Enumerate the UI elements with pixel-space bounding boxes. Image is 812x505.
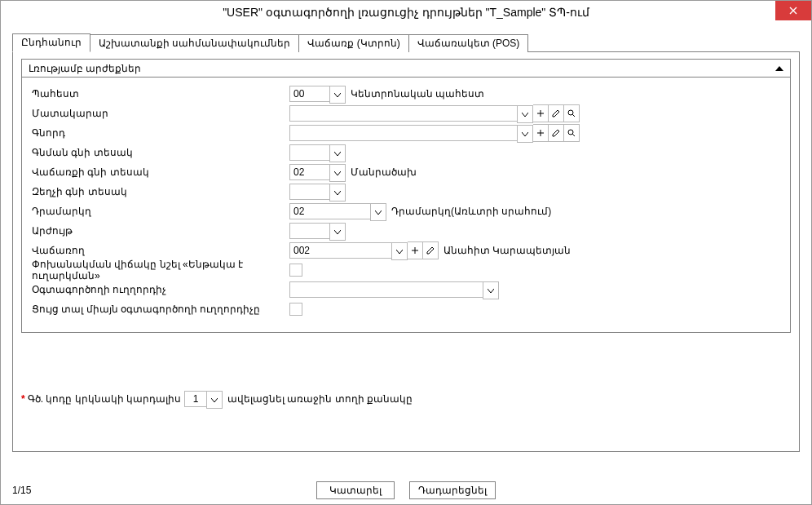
- footnote-dropdown-button[interactable]: [206, 391, 223, 409]
- plus-icon: [536, 109, 545, 117]
- user-guide-input[interactable]: [289, 281, 483, 298]
- ok-button[interactable]: Կատարել: [316, 481, 395, 499]
- supplier-edit-button[interactable]: [549, 104, 564, 122]
- footnote-value-input[interactable]: [184, 391, 206, 407]
- disc-price-type-input[interactable]: [289, 184, 329, 200]
- cancel-button[interactable]: Դադարեցնել: [409, 481, 496, 499]
- currency-input[interactable]: [289, 223, 329, 239]
- chevron-down-icon: [211, 398, 218, 402]
- svg-point-0: [568, 110, 573, 115]
- cashbox-input[interactable]: [289, 203, 370, 219]
- cashbox-dropdown-button[interactable]: [370, 203, 386, 221]
- tabstrip: Ընդհանուր Աշխատանքի սահմանափակումներ Վաճ…: [12, 33, 800, 52]
- search-icon: [567, 109, 576, 117]
- tab-general[interactable]: Ընդհանուր: [12, 33, 90, 52]
- seller-add-button[interactable]: [408, 241, 423, 259]
- tab-panel-general: Լռությամբ արժեքներ Պահեստ Կենտրոնական պա…: [12, 52, 800, 452]
- tab-limits[interactable]: Աշխատանքի սահմանափակումներ: [90, 34, 299, 52]
- collapse-up-icon: [775, 66, 783, 71]
- group-body-defaults: Պահեստ Կենտրոնական պահեստ Մատակարար: [21, 78, 791, 333]
- label-user-guide: Օգտագործողի ուղղորդիչ: [32, 284, 289, 295]
- chevron-down-icon: [334, 93, 341, 97]
- svg-point-1: [568, 130, 573, 135]
- buyer-edit-button[interactable]: [549, 124, 564, 142]
- seller-dropdown-button[interactable]: [391, 242, 408, 260]
- label-cashbox: Դրամարկղ: [32, 206, 289, 217]
- sale-price-type-input[interactable]: [289, 164, 329, 180]
- label-disc-price-type: Զեղչի գնի տեսակ: [32, 186, 289, 197]
- purchase-price-type-dropdown-button[interactable]: [329, 144, 346, 162]
- seller-desc: Անահիտ Կարապետյան: [444, 245, 571, 256]
- warehouse-desc: Կենտրոնական պահեստ: [351, 88, 484, 100]
- group-title: Լռությամբ արժեքներ: [29, 63, 141, 74]
- buyer-add-button[interactable]: [533, 124, 549, 142]
- seller-edit-button[interactable]: [423, 241, 439, 259]
- search-icon: [567, 129, 576, 137]
- warehouse-input[interactable]: [289, 86, 329, 102]
- label-currency: Արժույթ: [32, 225, 289, 237]
- chevron-down-icon: [375, 210, 382, 215]
- plus-icon: [411, 246, 419, 255]
- footnote-row: * Գծ. կոդը կրկնակի կարդալիս ավելացնել առ…: [21, 391, 413, 407]
- titlebar: "USER" օգտագործողի լռացուցիչ դրույթներ "…: [1, 1, 811, 24]
- close-button[interactable]: [775, 1, 811, 20]
- group-header-defaults[interactable]: Լռությամբ արժեքներ: [21, 59, 791, 78]
- asterisk-icon: *: [21, 393, 25, 405]
- button-bar: Կատարել Դադարեցնել: [1, 476, 811, 504]
- show-only-user-guide-checkbox[interactable]: [289, 303, 302, 316]
- chevron-down-icon: [522, 113, 528, 117]
- buyer-search-button[interactable]: [564, 124, 580, 142]
- content-area: Ընդհանուր Աշխատանքի սահմանափակումներ Վաճ…: [1, 24, 811, 452]
- transfer-state-checkbox[interactable]: [289, 264, 302, 277]
- label-seller: Վաճառող: [32, 245, 289, 256]
- chevron-down-icon: [334, 152, 341, 156]
- window-title: "USER" օգտագործողի լռացուցիչ դրույթներ "…: [223, 6, 589, 19]
- plus-icon: [536, 129, 545, 137]
- footnote-suffix: ավելացնել առաջին տողի քանակը: [227, 393, 413, 405]
- chevron-down-icon: [334, 191, 341, 195]
- close-icon: [789, 7, 797, 15]
- tab-pos[interactable]: Վաճառակետ (POS): [408, 34, 529, 52]
- label-show-only-user-guide: Ցույց տալ միայն օգտագործողի ուղղորդիչը: [32, 303, 289, 315]
- chevron-down-icon: [334, 230, 341, 234]
- supplier-search-button[interactable]: [564, 104, 580, 122]
- seller-input[interactable]: [289, 242, 391, 259]
- buyer-input[interactable]: [289, 125, 517, 141]
- dialog-window: "USER" օգտագործողի լռացուցիչ դրույթներ "…: [0, 0, 812, 505]
- warehouse-dropdown-button[interactable]: [329, 86, 346, 104]
- currency-dropdown-button[interactable]: [329, 223, 346, 241]
- label-purchase-price-type: Գնման գնի տեսակ: [32, 147, 289, 158]
- label-sale-price-type: Վաճառքի գնի տեսակ: [32, 166, 289, 178]
- tab-sale[interactable]: Վաճառք (Կտրոն): [298, 34, 408, 52]
- pencil-icon: [552, 129, 560, 137]
- supplier-input[interactable]: [289, 105, 517, 122]
- footnote-prefix: Գծ. կոդը կրկնակի կարդալիս: [28, 393, 181, 405]
- sale-price-type-desc: Մանրածախ: [351, 166, 417, 178]
- purchase-price-type-input[interactable]: [289, 144, 329, 161]
- buyer-dropdown-button[interactable]: [517, 125, 533, 143]
- chevron-down-icon: [334, 171, 341, 175]
- cashbox-desc: Դրամարկղ(Առևտրի սրահում): [391, 206, 551, 217]
- pencil-icon: [552, 109, 560, 117]
- label-transfer-state: Փոխանակման վիճակը նշել «Ենթակա է ուղարկմ…: [32, 259, 289, 281]
- chevron-down-icon: [396, 250, 403, 254]
- label-supplier: Մատակարար: [32, 108, 289, 119]
- disc-price-type-dropdown-button[interactable]: [329, 184, 346, 202]
- sale-price-type-dropdown-button[interactable]: [329, 164, 346, 182]
- pencil-icon: [426, 246, 435, 255]
- label-warehouse: Պահեստ: [32, 88, 289, 100]
- supplier-add-button[interactable]: [533, 104, 549, 122]
- chevron-down-icon: [488, 289, 494, 293]
- label-buyer: Գնորդ: [32, 127, 289, 139]
- user-guide-dropdown-button[interactable]: [483, 281, 499, 299]
- supplier-dropdown-button[interactable]: [517, 105, 533, 123]
- chevron-down-icon: [522, 132, 528, 136]
